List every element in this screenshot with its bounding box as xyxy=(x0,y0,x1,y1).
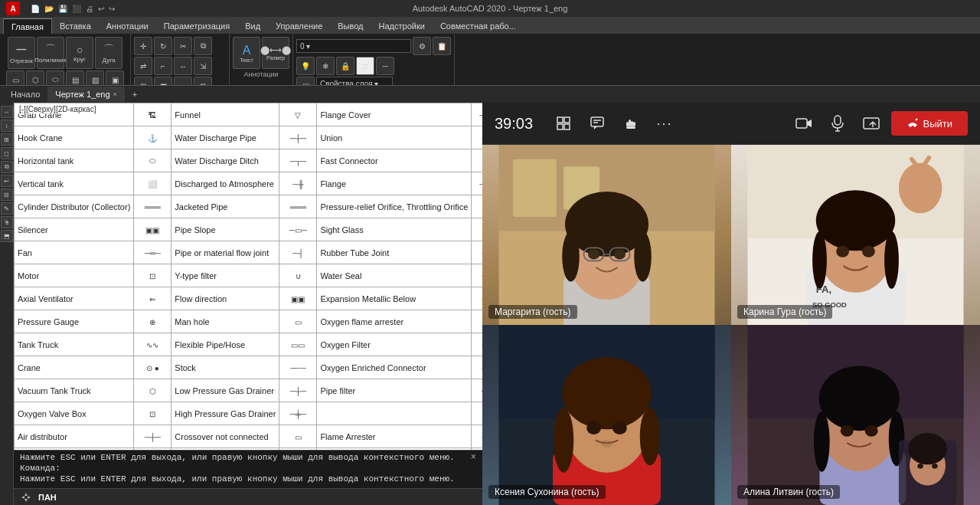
left-tool-8[interactable]: ✎ xyxy=(1,202,13,215)
left-tool-3[interactable]: ⊞ xyxy=(1,133,13,146)
move-tool[interactable]: ✛ xyxy=(134,37,152,55)
copy-tool[interactable]: ⧉ xyxy=(194,37,212,55)
mirror-tool[interactable]: ⇌ xyxy=(134,57,152,75)
layer-dropdown[interactable]: 0 ▾ xyxy=(296,39,411,53)
table-row: Axial Ventilator ⇐ Flow direction ▣▣ Exp… xyxy=(15,287,483,310)
svg-point-63 xyxy=(554,408,573,473)
svg-marker-3 xyxy=(28,496,31,499)
tab-parametrize[interactable]: Параметризация xyxy=(156,18,237,34)
tab-output[interactable]: Вывод xyxy=(330,18,371,34)
fillet-tool[interactable]: ⌐ xyxy=(154,57,172,75)
save-as-icon[interactable]: ⬛ xyxy=(72,5,81,13)
left-tool-7[interactable]: ⊟ xyxy=(1,189,13,201)
tab-manage[interactable]: Управление xyxy=(268,18,330,34)
table-row: Horizontal tank ⬭ Water Discharge Ditch … xyxy=(15,149,483,172)
table-row: Tank Truck ∿∿ Flexible Pipe/Hose ▭▭ Oxyg… xyxy=(15,333,483,356)
stretch-tool[interactable]: ↔ xyxy=(174,57,192,75)
open-icon[interactable]: 📂 xyxy=(44,5,54,13)
boundary-tool[interactable]: ▣ xyxy=(106,71,124,86)
cmd-line-3: Нажмите ESC или ENTER для выхода, или пр… xyxy=(20,474,476,484)
chat-btn[interactable] xyxy=(583,110,611,137)
extend-tool[interactable]: → xyxy=(174,77,192,86)
cmd-close-btn[interactable]: × xyxy=(471,452,476,463)
app-logo: A xyxy=(6,2,20,15)
tab-drawing[interactable]: Чертеж 1_eng × xyxy=(47,87,125,102)
tab-home[interactable]: Главная xyxy=(3,18,52,34)
tab-addons[interactable]: Надстройки xyxy=(371,18,433,34)
polyline-tool[interactable]: ⌒Полилиния xyxy=(37,37,64,69)
new-tab-btn[interactable]: + xyxy=(125,87,145,102)
rotate-tool[interactable]: ↻ xyxy=(154,37,172,55)
svg-rect-7 xyxy=(564,124,570,130)
tab-view[interactable]: Вид xyxy=(237,18,268,34)
close-tab-icon[interactable]: × xyxy=(113,90,117,98)
share-screen-btn[interactable] xyxy=(858,110,885,137)
microphone-btn[interactable] xyxy=(824,110,851,137)
layer-on-tool[interactable]: 💡 xyxy=(296,57,315,75)
cell xyxy=(317,402,472,425)
table-row: Air distributor ─┼─ Crossover not connec… xyxy=(15,425,483,448)
more-options-btn[interactable]: ··· xyxy=(651,110,678,137)
cell-sym: 🏗 xyxy=(134,103,172,126)
grid-view-btn[interactable] xyxy=(550,110,577,137)
video-bg-ksenia xyxy=(482,325,731,505)
circle-tool[interactable]: ○Круг xyxy=(66,37,93,69)
tab-annotations[interactable]: Аннотации xyxy=(99,18,156,34)
props-dropdown[interactable]: Свойства слоя ▾ xyxy=(316,77,393,86)
tab-start[interactable]: Начало xyxy=(3,87,47,102)
left-tool-9[interactable]: 🖱 xyxy=(1,216,13,228)
left-tool-6[interactable]: ↩ xyxy=(1,175,13,187)
cell-sym: ─▥─ xyxy=(472,379,482,402)
save-icon[interactable]: 💾 xyxy=(58,5,67,13)
left-tool-2[interactable]: ↕ xyxy=(1,120,13,132)
camera-btn[interactable] xyxy=(790,110,818,137)
table-row: Oxygen Valve Box ⊡ High Pressure Gas Dra… xyxy=(15,402,483,425)
cell: Sight Glass xyxy=(317,218,472,241)
undo-icon[interactable]: ↩ xyxy=(98,5,104,13)
layer-color-tool[interactable]: □ xyxy=(356,57,374,75)
new-icon[interactable]: 📄 xyxy=(31,5,40,13)
left-tool-1[interactable]: ↔ xyxy=(1,106,13,118)
props-tool[interactable]: ▤ xyxy=(296,77,315,86)
linetype-tool[interactable]: ─ xyxy=(376,57,394,75)
table-row: Vertical tank ⬜ Discharged to Atmosphere… xyxy=(15,172,483,195)
ellipse-tool[interactable]: ⬭ xyxy=(46,71,64,86)
layer-lock-tool[interactable]: 🔒 xyxy=(336,57,354,75)
end-call-btn[interactable]: Выйти xyxy=(891,111,969,136)
layer-state-tool[interactable]: 📋 xyxy=(433,37,451,55)
cell-sym: ─┤├─ xyxy=(472,103,482,126)
raise-hand-btn[interactable] xyxy=(617,110,645,137)
print-icon[interactable]: 🖨 xyxy=(86,5,93,13)
cell-sym: ═══ xyxy=(279,195,317,218)
scale-tool[interactable]: ⇲ xyxy=(194,57,212,75)
layer-prop-tool[interactable]: ⚙ xyxy=(413,37,431,55)
gradient-tool[interactable]: ▨ xyxy=(86,71,104,86)
left-tool-10[interactable]: ⬒ xyxy=(1,230,13,242)
redo-icon[interactable]: ↪ xyxy=(109,5,115,13)
svg-point-50 xyxy=(862,246,875,257)
layer-freeze-tool[interactable]: ❄ xyxy=(316,57,335,75)
text-tool[interactable]: AТекст xyxy=(233,37,260,69)
tab-collab[interactable]: Совместная рабо... xyxy=(433,18,524,34)
left-tool-5[interactable]: ⧉ xyxy=(1,161,13,173)
svg-rect-12 xyxy=(631,121,633,126)
rect-tool[interactable]: ▭ xyxy=(6,71,24,86)
left-tool-4[interactable]: ◻ xyxy=(1,147,13,159)
erase-tool[interactable]: ⊠ xyxy=(194,77,212,86)
offset-tool[interactable]: ⬒ xyxy=(154,77,172,86)
line-tool[interactable]: ─Отрезок xyxy=(8,37,35,69)
trim-tool[interactable]: ✂ xyxy=(174,37,192,55)
hatch-tool[interactable]: ▤ xyxy=(66,71,84,86)
array-tool[interactable]: ⊞ xyxy=(134,77,152,86)
arc-tool[interactable]: ⌒Дуга xyxy=(95,37,122,69)
cell-sym: ∿∿ xyxy=(134,333,172,356)
dim-tool[interactable]: ⬤⟷⬤Размер xyxy=(262,37,289,69)
left-toolbar: ↔ ↕ ⊞ ◻ ⧉ ↩ ⊟ ✎ 🖱 ⬒ xyxy=(0,103,14,505)
polygon-tool[interactable]: ⬡ xyxy=(26,71,44,86)
svg-point-74 xyxy=(814,412,830,472)
call-controls-left: ··· xyxy=(550,110,781,137)
tab-insert[interactable]: Вставка xyxy=(52,18,99,34)
table-row: Silencer ▣▣ Pipe Slope ─▭─ Sight Glass ─… xyxy=(15,218,483,241)
title-bar: A 📄 📂 💾 ⬛ 🖨 ↩ ↪ Autodesk AutoCAD 2020 - … xyxy=(0,0,980,17)
cmd-line-2: Команда: xyxy=(20,463,476,474)
